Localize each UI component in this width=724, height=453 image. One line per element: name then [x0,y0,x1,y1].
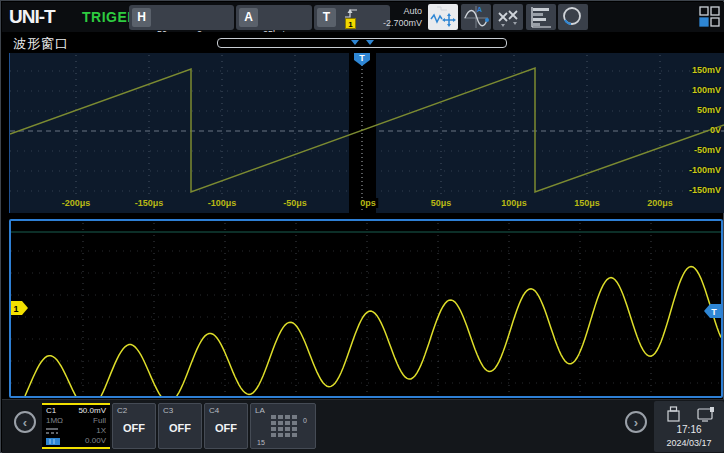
ch4-name: C4 [209,406,219,415]
window-layout-button[interactable] [699,6,721,28]
window-title: 波形窗口 [13,35,69,53]
ch3-name: C3 [163,406,173,415]
time-label: 150μs [572,198,602,208]
acquire-key: A [239,8,258,27]
scope-screen: UNI-T TRIGED H 50μs0s 2μs0s A 25kpts31.2… [0,0,724,453]
svg-text:A: A [477,6,482,13]
ch2-name: C2 [117,406,127,415]
time-label: 200μs [645,198,675,208]
ch3-state: OFF [159,422,201,434]
zoom-right-handle[interactable] [366,40,374,45]
channel2-tile[interactable]: C2 OFF [112,403,156,449]
ch4-state: OFF [205,422,247,434]
la-first-channel: 0 [303,417,307,424]
ch1-scale: 50.0mV [78,406,106,416]
sine-trace [11,267,721,397]
ch1-probe: 1X [96,426,106,436]
waveform-pan-icon [428,4,458,30]
status-icons [660,405,718,423]
voltage-label: 150mV [692,65,721,75]
waveform-pan-button[interactable] [428,4,458,30]
histogram-icon [526,4,556,30]
search-button[interactable] [558,4,588,30]
time-axis-labels: -200μs-150μs-100μs-50μs0ps50μs100μs150μs… [10,198,724,212]
random-wave-icon [493,4,523,30]
ch2-state: OFF [113,422,155,434]
channel3-tile[interactable]: C3 OFF [158,403,202,449]
main-waveform-window[interactable]: T 150mV100mV50mV0V-50mV-100mV-150mV -200… [9,53,724,213]
logic-analyzer-tile[interactable]: LA 0 15 [250,403,316,449]
time-label: -50μs [281,198,309,208]
trigger-source-badge: 1 [345,18,356,29]
trigger-flag-label: T [359,53,365,63]
time-label: -150μs [133,198,166,208]
svg-text:T: T [711,307,717,317]
brand-logo: UNI-T [9,6,55,28]
trigger-info: Auto -2.700mV [362,5,422,29]
time-label: -200μs [60,198,93,208]
trigger-level: -2.700mV [362,17,422,29]
la-channel-grid [271,415,297,437]
top-status-bar: UNI-T TRIGED H 50μs0s 2μs0s A 25kpts31.2… [2,2,724,32]
horizontal-key: H [132,8,151,27]
main-graticule: T [10,53,724,213]
xy-mode-icon: A [461,4,491,30]
trigger-level-marker[interactable]: T [704,304,721,318]
la-last-channel: 15 [257,439,265,446]
voltage-label: -150mV [689,185,721,195]
voltage-label: 0V [710,125,721,135]
usb-icon [668,407,679,421]
waveform-titlebar: 波形窗口 [2,32,724,53]
datetime-panel[interactable]: 17:16 2024/03/17 [654,401,724,452]
bandwidth-badge-icon [46,438,60,445]
time-label: 50μs [429,198,454,208]
svg-text:1: 1 [13,304,18,314]
ch1-bandwidth: Full [93,416,106,426]
channel4-tile[interactable]: C4 OFF [204,403,248,449]
trigger-mode: Auto [362,5,422,17]
clock-time: 17:16 [654,424,724,435]
channel1-marker[interactable]: 1 [11,301,28,315]
zoom-waveform-window[interactable]: 1T [9,219,723,398]
histogram-button[interactable] [526,4,556,30]
ch1-name: C1 [46,406,56,416]
dc-coupling-icon [46,427,58,435]
voltage-label: -50mV [694,145,721,155]
voltage-label: 100mV [692,85,721,95]
time-label: 100μs [499,198,529,208]
channel1-tile[interactable]: C1 50.0mV 1MΩ Full 1X 0.00V [42,403,110,449]
ch1-impedance: 1MΩ [46,416,63,426]
la-name: LA [255,406,265,415]
horizontal-settings-button[interactable]: H 50μs0s 2μs0s [129,5,234,30]
acquire-settings-button[interactable]: A 25kpts31.25MSa/s [236,5,312,30]
ch1-offset: 0.00V [85,436,106,446]
lan-icon [698,407,714,421]
memory-overview-bar[interactable] [217,38,507,48]
zoom-left-handle[interactable] [351,40,359,45]
search-icon [558,4,588,30]
xy-mode-button[interactable]: A [461,4,491,30]
time-label: 0ps [358,198,378,208]
channel-status-bar: ‹ C1 50.0mV 1MΩ Full 1X 0.00V [2,399,724,453]
random-wave-button[interactable] [493,4,523,30]
voltage-label: -100mV [689,165,721,175]
expand-right-button[interactable]: › [625,411,647,433]
clock-date: 2024/03/17 [654,438,724,448]
zoom-graticule: 1T [11,221,721,396]
voltage-label: 50mV [697,105,721,115]
time-label: -100μs [206,198,239,208]
trigger-key: T [317,8,336,27]
collapse-left-button[interactable]: ‹ [14,411,36,433]
